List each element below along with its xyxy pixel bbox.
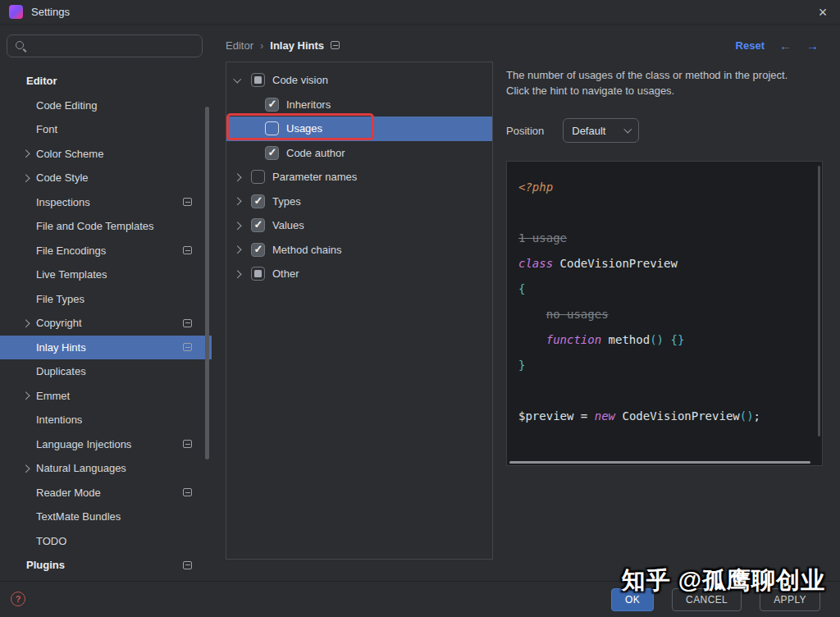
sidebar-scrollbar[interactable]: [205, 107, 209, 459]
chevron-right-icon[interactable]: [234, 173, 241, 181]
tree-item-label: Other: [272, 267, 299, 280]
sidebar-item-plugins[interactable]: Plugins: [0, 553, 212, 578]
chevron-slot: [235, 272, 251, 277]
checkbox-checked[interactable]: [251, 218, 265, 232]
sidebar-item-textmate-bundles[interactable]: TextMate Bundles: [0, 505, 212, 529]
tree-item-code-author[interactable]: Code author: [226, 141, 492, 166]
checkbox-partial[interactable]: [251, 267, 265, 281]
sidebar-item-inlay-hints[interactable]: Inlay Hints: [0, 336, 212, 360]
settings-sidebar: EditorCode EditingFontColor SchemeCode S…: [0, 25, 218, 581]
tree-item-other[interactable]: Other: [226, 262, 492, 286]
code-token: $preview: [518, 409, 573, 423]
per-project-settings-icon: [183, 246, 192, 254]
tree-item-parameter-names[interactable]: Parameter names: [226, 165, 492, 190]
sidebar-item-code-style[interactable]: Code Style: [0, 166, 212, 190]
position-select[interactable]: Default: [563, 118, 639, 143]
tree-item-label: Inheritors: [286, 98, 331, 111]
chevron-slot: [235, 223, 251, 229]
header-actions: Reset ← →: [736, 39, 819, 53]
ok-button[interactable]: OK: [611, 588, 654, 611]
chevron-down-icon[interactable]: [234, 75, 241, 83]
code-token: [518, 308, 546, 321]
chevron-right-icon[interactable]: [234, 270, 241, 277]
search-box[interactable]: [7, 34, 203, 57]
checkbox-checked[interactable]: [251, 194, 265, 208]
chevron-slot: [235, 79, 251, 82]
close-button[interactable]: ×: [812, 2, 833, 22]
cancel-button[interactable]: CANCEL: [672, 588, 742, 611]
reset-link[interactable]: Reset: [736, 39, 765, 52]
sidebar-item-label: File Types: [36, 293, 84, 305]
sidebar-item-todo[interactable]: TODO: [0, 529, 212, 554]
tree-item-label: Method chains: [272, 244, 342, 256]
sidebar-item-reader-mode[interactable]: Reader Mode: [0, 481, 212, 505]
position-label: Position: [506, 125, 544, 137]
sidebar-item-color-scheme[interactable]: Color Scheme: [0, 142, 212, 167]
sidebar-item-label: Code Editing: [36, 99, 97, 112]
code-token: (): [650, 333, 664, 346]
code-token: [518, 333, 546, 346]
phpstorm-logo-icon: [9, 5, 23, 19]
sidebar-item-file-types[interactable]: File Types: [0, 287, 212, 312]
sidebar-item-inspections[interactable]: Inspections: [0, 190, 212, 215]
tree-item-inheritors[interactable]: Inheritors: [226, 93, 492, 117]
tree-item-usages[interactable]: Usages: [226, 117, 492, 141]
chevron-right-icon[interactable]: [234, 198, 241, 205]
tree-item-label: Values: [272, 219, 304, 231]
sidebar-item-language-injections[interactable]: Language Injections: [0, 432, 212, 457]
sidebar-item-font[interactable]: Font: [0, 117, 212, 142]
chevron-right-icon[interactable]: [234, 246, 241, 254]
tree-item-types[interactable]: Types: [226, 190, 492, 214]
sidebar-item-editor[interactable]: Editor: [0, 69, 212, 94]
sidebar-item-label: Editor: [26, 75, 57, 87]
chevron-right-icon[interactable]: [22, 319, 30, 327]
forward-arrow-icon[interactable]: →: [806, 39, 819, 53]
sidebar-item-copyright[interactable]: Copyright: [0, 311, 212, 336]
code-token: no usages: [546, 308, 609, 321]
sidebar-item-file-and-code-templates[interactable]: File and Code Templates: [0, 214, 212, 239]
sidebar-item-label: TODO: [36, 535, 66, 547]
chevron-slot: [235, 175, 251, 181]
chevron-right-icon[interactable]: [22, 174, 30, 181]
checkbox-checked[interactable]: [265, 98, 279, 112]
sidebar-item-emmet[interactable]: Emmet: [0, 384, 212, 409]
sidebar-item-duplicates[interactable]: Duplicates: [0, 359, 212, 384]
back-arrow-icon[interactable]: ←: [779, 39, 792, 53]
search-icon: [15, 40, 27, 53]
sidebar-item-label: Code Style: [36, 171, 89, 184]
code-token: class: [518, 257, 553, 270]
apply-button[interactable]: APPLY: [760, 588, 820, 611]
checkbox-checked[interactable]: [251, 243, 265, 257]
content-header: Editor › Inlay Hints Reset ← →: [226, 36, 840, 54]
help-button[interactable]: ?: [11, 592, 25, 606]
tree-item-values[interactable]: Values: [226, 213, 492, 238]
tree-item-code-vision[interactable]: Code vision: [226, 68, 492, 93]
sidebar-item-natural-languages[interactable]: Natural Languages: [0, 456, 212, 481]
code-token: 1 usage: [518, 231, 567, 245]
chevron-slot: [23, 466, 36, 472]
preview-vertical-scrollbar[interactable]: [818, 166, 820, 436]
tree-item-method-chains[interactable]: Method chains: [226, 238, 492, 263]
checkbox-partial[interactable]: [251, 73, 265, 87]
sidebar-item-intentions[interactable]: Intentions: [0, 408, 212, 432]
chevron-right-icon[interactable]: [22, 150, 30, 158]
checkbox-checked[interactable]: [265, 146, 279, 160]
preview-horizontal-scrollbar[interactable]: [509, 461, 810, 464]
sidebar-item-code-editing[interactable]: Code Editing: [0, 94, 212, 118]
checkbox-unchecked[interactable]: [251, 170, 265, 184]
tree-item-label: Code vision: [272, 74, 328, 86]
chevron-right-icon[interactable]: [22, 392, 30, 400]
dialog-footer: OK CANCEL APPLY: [0, 581, 840, 617]
sidebar-item-file-encodings[interactable]: File Encodings: [0, 239, 212, 263]
search-input[interactable]: [32, 40, 202, 53]
inlay-hints-tree-panel: Code visionInheritorsUsagesCode authorPa…: [226, 62, 493, 560]
chevron-right-icon[interactable]: [234, 222, 241, 229]
sidebar-item-label: Language Injections: [36, 438, 131, 450]
sidebar-item-label: Emmet: [36, 390, 70, 402]
chevron-right-icon[interactable]: [22, 464, 30, 472]
sidebar-item-live-templates[interactable]: Live Templates: [0, 263, 212, 287]
code-line: function method() {}: [518, 327, 810, 353]
checkbox-unchecked[interactable]: [265, 121, 279, 135]
sidebar-item-label: Duplicates: [36, 365, 86, 377]
breadcrumb-parent[interactable]: Editor: [226, 39, 253, 52]
